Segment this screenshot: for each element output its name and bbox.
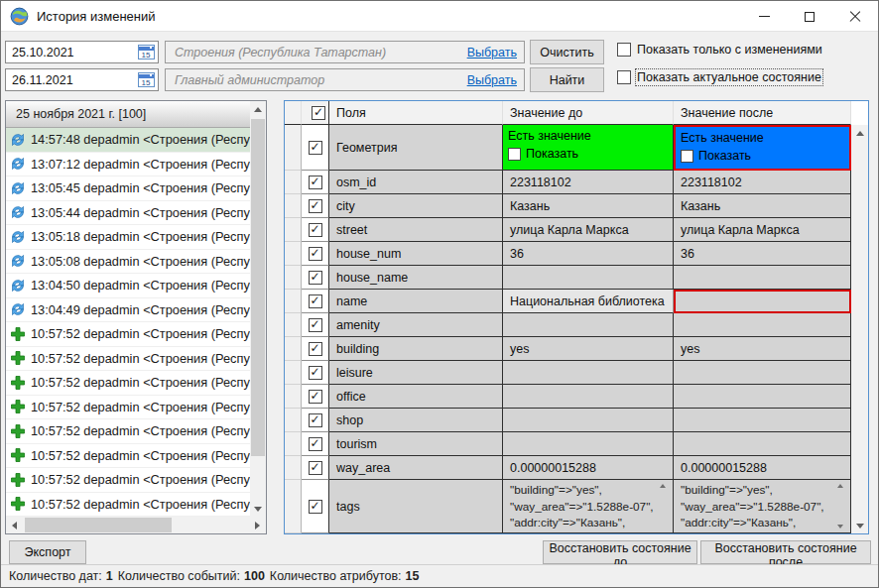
list-item[interactable]: 10:57:52 depadmin <Строения (Республи bbox=[6, 396, 250, 420]
row-checkbox-cell[interactable] bbox=[302, 194, 329, 218]
row-checkbox-cell[interactable] bbox=[302, 385, 329, 409]
field-cell: shop bbox=[329, 409, 503, 432]
row-checkbox-cell[interactable] bbox=[302, 480, 329, 533]
list-item[interactable]: 10:57:52 depadmin <Строения (Республи bbox=[6, 493, 250, 518]
value-before-cell bbox=[503, 409, 674, 432]
list-item[interactable]: 13:05:18 depadmin <Строения (Республи bbox=[6, 225, 250, 250]
row-checkbox[interactable] bbox=[309, 318, 322, 332]
scroll-down-icon[interactable] bbox=[837, 525, 843, 529]
find-button[interactable]: Найти bbox=[530, 67, 604, 92]
user-select-link[interactable]: Выбрать bbox=[467, 73, 524, 87]
row-checkbox-cell[interactable] bbox=[302, 218, 329, 242]
select-all-cell[interactable] bbox=[302, 101, 329, 125]
checkbox-icon[interactable] bbox=[617, 43, 631, 57]
field-cell: street bbox=[329, 218, 503, 242]
row-checkbox-cell[interactable] bbox=[302, 242, 329, 266]
value-after-cell: yes bbox=[674, 337, 851, 361]
scroll-down-icon[interactable] bbox=[851, 518, 868, 533]
row-checkbox[interactable] bbox=[309, 461, 322, 475]
show-geometry-checkbox[interactable] bbox=[681, 150, 693, 163]
row-checkbox[interactable] bbox=[309, 413, 322, 427]
row-checkbox[interactable] bbox=[309, 342, 322, 356]
grid-vertical-scrollbar[interactable] bbox=[851, 125, 868, 533]
layer-select-link[interactable]: Выбрать bbox=[467, 46, 524, 59]
show-geometry-checkbox[interactable] bbox=[508, 148, 521, 161]
row-checkbox-cell[interactable] bbox=[302, 125, 329, 171]
insert-icon bbox=[10, 472, 26, 488]
cell-scrollbar[interactable] bbox=[657, 481, 672, 531]
row-checkbox-cell[interactable] bbox=[302, 171, 329, 194]
scroll-up-icon[interactable] bbox=[851, 125, 868, 141]
row-checkbox-cell[interactable] bbox=[302, 266, 329, 290]
events-horizontal-scrollbar[interactable] bbox=[6, 517, 266, 533]
list-item[interactable]: 13:05:44 depadmin <Строения (Республи bbox=[6, 201, 250, 226]
value-after-cell bbox=[674, 385, 851, 409]
maximize-icon bbox=[805, 12, 815, 22]
row-checkbox[interactable] bbox=[309, 141, 322, 155]
list-item[interactable]: 13:04:49 depadmin <Строения (Республи bbox=[6, 298, 250, 323]
scroll-up-icon[interactable] bbox=[837, 484, 843, 488]
column-header-before[interactable]: Значение до bbox=[503, 101, 674, 125]
tags-row: tags "building"=>"yes","way_area"=>"1.52… bbox=[285, 480, 851, 533]
restore-after-button[interactable]: Восстановить состояние после bbox=[700, 540, 871, 564]
field-cell: house_num bbox=[329, 242, 503, 266]
checkbox-icon[interactable] bbox=[617, 70, 631, 84]
list-item[interactable]: 10:57:52 depadmin <Строения (Республи bbox=[6, 371, 250, 396]
row-checkbox[interactable] bbox=[309, 176, 322, 189]
list-item[interactable]: 10:57:52 depadmin <Строения (Республи bbox=[6, 468, 250, 493]
row-checkbox-cell[interactable] bbox=[302, 337, 329, 361]
list-item[interactable]: 10:57:52 depadmin <Строения (Республи bbox=[6, 444, 250, 469]
date-to-field[interactable]: 26.11.2021 15 bbox=[5, 68, 159, 91]
show-changes-checkbox[interactable]: Показать только с изменениями bbox=[617, 43, 822, 57]
show-actual-checkbox[interactable]: Показать актуальное состояние bbox=[617, 70, 821, 84]
scrollbar-thumb[interactable] bbox=[25, 518, 172, 532]
row-checkbox[interactable] bbox=[309, 247, 322, 261]
list-item[interactable]: 14:57:48 depadmin <Строения (Республи bbox=[6, 128, 250, 153]
cell-scrollbar[interactable] bbox=[834, 481, 849, 531]
row-checkbox-cell[interactable] bbox=[302, 409, 329, 432]
row-checkbox[interactable] bbox=[309, 437, 322, 451]
date-to-calendar-button[interactable]: 15 bbox=[134, 69, 158, 90]
row-checkbox[interactable] bbox=[309, 199, 322, 213]
row-checkbox[interactable] bbox=[309, 500, 322, 514]
row-checkbox-cell[interactable] bbox=[302, 432, 329, 456]
maximize-button[interactable] bbox=[787, 1, 832, 32]
clear-button[interactable]: Очистить bbox=[530, 40, 604, 64]
scroll-left-icon[interactable] bbox=[6, 517, 23, 533]
select-all-checkbox[interactable] bbox=[312, 106, 325, 120]
list-item[interactable]: 10:57:52 depadmin <Строения (Республи bbox=[6, 419, 250, 444]
scrollbar-thumb[interactable] bbox=[251, 119, 265, 456]
row-checkbox[interactable] bbox=[309, 390, 322, 404]
column-header-fields[interactable]: Поля bbox=[329, 101, 503, 125]
row-checkbox[interactable] bbox=[309, 223, 322, 237]
dates-count-value: 1 bbox=[106, 569, 113, 583]
list-item[interactable]: 10:57:52 depadmin <Строения (Республи bbox=[6, 322, 250, 347]
scroll-down-icon[interactable] bbox=[250, 501, 266, 517]
column-header-after[interactable]: Значение после bbox=[674, 101, 851, 125]
row-header-cell bbox=[285, 290, 302, 313]
list-item[interactable]: 13:07:12 depadmin <Строения (Республи bbox=[6, 153, 250, 177]
row-checkbox-cell[interactable] bbox=[302, 456, 329, 480]
row-checkbox[interactable] bbox=[309, 271, 322, 285]
insert-icon bbox=[10, 399, 26, 414]
list-item[interactable]: 13:04:50 depadmin <Строения (Республи bbox=[6, 274, 250, 298]
row-checkbox[interactable] bbox=[309, 294, 322, 308]
minimize-button[interactable] bbox=[741, 1, 787, 32]
date-from-calendar-button[interactable]: 15 bbox=[134, 42, 158, 62]
scroll-up-icon[interactable] bbox=[250, 101, 266, 117]
row-checkbox-cell[interactable] bbox=[302, 313, 329, 337]
scroll-right-icon[interactable] bbox=[249, 517, 266, 533]
scroll-up-icon[interactable] bbox=[660, 484, 666, 488]
events-vertical-scrollbar[interactable] bbox=[250, 101, 266, 517]
restore-before-button[interactable]: Восстановить состояние до bbox=[543, 540, 697, 564]
list-item[interactable]: 10:57:52 depadmin <Строения (Республи bbox=[6, 347, 250, 372]
export-button[interactable]: Экспорт bbox=[9, 540, 86, 564]
row-checkbox-cell[interactable] bbox=[302, 290, 329, 313]
list-item[interactable]: 13:05:45 depadmin <Строения (Республи bbox=[6, 176, 250, 201]
row-checkbox-cell[interactable] bbox=[302, 361, 329, 385]
events-group-header[interactable]: 25 ноября 2021 г. [100] bbox=[6, 101, 250, 128]
list-item[interactable]: 13:05:08 depadmin <Строения (Республи bbox=[6, 250, 250, 275]
row-checkbox[interactable] bbox=[309, 366, 322, 380]
date-from-field[interactable]: 25.10.2021 15 bbox=[5, 41, 159, 63]
close-button[interactable] bbox=[832, 1, 878, 32]
